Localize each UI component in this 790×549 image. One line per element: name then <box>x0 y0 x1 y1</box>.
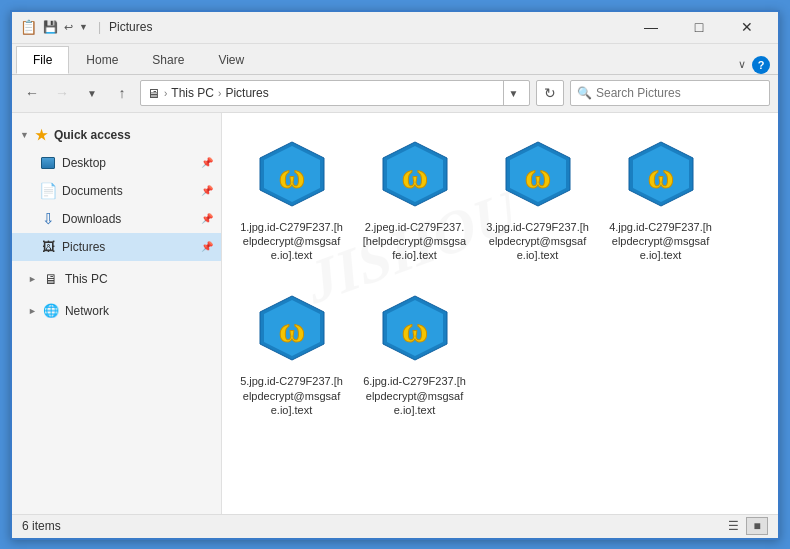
sidebar-item-pictures[interactable]: 🖼 Pictures 📌 <box>12 233 221 261</box>
pin-icon: 📌 <box>201 185 213 196</box>
status-bar: 6 items ☰ ■ <box>12 514 778 538</box>
search-input[interactable] <box>596 86 763 100</box>
qat-save[interactable]: 💾 <box>43 20 58 34</box>
title-controls: — □ ✕ <box>628 11 770 43</box>
file-item[interactable]: ω 3.jpg.id-C279F237.[helpdecrypt@msgsafe… <box>480 125 595 272</box>
address-icon: 🖥 <box>147 86 160 101</box>
file-item[interactable]: ω 2.jpeg.id-C279F237.[helpdecrypt@msgsaf… <box>357 125 472 272</box>
tab-share[interactable]: Share <box>135 46 201 74</box>
file-thumbnail: ω <box>252 134 332 214</box>
address-bar[interactable]: 🖥 › This PC › Pictures ▼ <box>140 80 530 106</box>
address-pictures[interactable]: Pictures <box>225 86 268 100</box>
ribbon-tabs: File Home Share View ∨ ? <box>12 44 778 74</box>
content-area: JISHOU ω 1.jpg.id-C279F237.[helpdecrypt@… <box>222 113 778 514</box>
main-layout: ▼ ★ Quick access Desktop 📌 📄 Documents 📌 <box>12 113 778 514</box>
pictures-icon: 🖼 <box>40 239 56 255</box>
status-view-icons: ☰ ■ <box>722 517 768 535</box>
address-this-pc[interactable]: This PC <box>171 86 214 100</box>
sidebar: ▼ ★ Quick access Desktop 📌 📄 Documents 📌 <box>12 113 222 514</box>
sidebar-item-desktop[interactable]: Desktop 📌 <box>12 149 221 177</box>
view-list-button[interactable]: ☰ <box>722 517 744 535</box>
close-button[interactable]: ✕ <box>724 11 770 43</box>
file-item[interactable]: ω 5.jpg.id-C279F237.[helpdecrypt@msgsafe… <box>234 279 349 426</box>
maximize-button[interactable]: □ <box>676 11 722 43</box>
pin-icon: 📌 <box>201 213 213 224</box>
quick-access-expand-icon: ▼ <box>20 130 29 140</box>
recent-locations-button[interactable]: ▼ <box>80 81 104 105</box>
documents-icon: 📄 <box>40 183 56 199</box>
sidebar-quick-access[interactable]: ▼ ★ Quick access <box>12 121 221 149</box>
pin-icon: 📌 <box>201 157 213 168</box>
status-item-count: 6 items <box>22 519 61 533</box>
title-separator: | <box>98 20 101 34</box>
network-section: ► 🌐 Network <box>12 297 221 325</box>
minimize-button[interactable]: — <box>628 11 674 43</box>
file-thumbnail: ω <box>375 288 455 368</box>
file-name: 3.jpg.id-C279F237.[helpdecrypt@msgsafe.i… <box>485 220 590 263</box>
back-button[interactable]: ← <box>20 81 44 105</box>
title-text: Pictures <box>109 20 152 34</box>
sidebar-item-documents[interactable]: 📄 Documents 📌 <box>12 177 221 205</box>
sidebar-pictures-label: Pictures <box>62 240 105 254</box>
file-thumbnail: ω <box>498 134 578 214</box>
this-pc-expand-icon: ► <box>28 274 37 284</box>
tab-home[interactable]: Home <box>69 46 135 74</box>
sidebar-item-downloads[interactable]: ⇩ Downloads 📌 <box>12 205 221 233</box>
sidebar-desktop-label: Desktop <box>62 156 106 170</box>
nav-bar: ← → ▼ ↑ 🖥 › This PC › Pictures ▼ ↻ 🔍 <box>12 75 778 113</box>
file-icon-svg: ω <box>256 292 328 364</box>
view-large-icon-button[interactable]: ■ <box>746 517 768 535</box>
file-item[interactable]: ω 1.jpg.id-C279F237.[helpdecrypt@msgsafe… <box>234 125 349 272</box>
ribbon: File Home Share View ∨ ? <box>12 44 778 75</box>
tab-view[interactable]: View <box>201 46 261 74</box>
forward-button[interactable]: → <box>50 81 74 105</box>
title-bar: 📋 💾 ↩ ▼ | Pictures — □ ✕ <box>12 12 778 44</box>
quick-access-label: Quick access <box>54 128 131 142</box>
refresh-button[interactable]: ↻ <box>536 80 564 106</box>
address-dropdown-button[interactable]: ▼ <box>503 80 523 106</box>
explorer-window: 📋 💾 ↩ ▼ | Pictures — □ ✕ File Home Share… <box>10 10 780 540</box>
file-name: 6.jpg.id-C279F237.[helpdecrypt@msgsafe.i… <box>362 374 467 417</box>
ribbon-collapse-icon[interactable]: ∨ <box>738 58 746 71</box>
svg-text:ω: ω <box>647 156 673 196</box>
ribbon-chevron-area: ∨ ? <box>738 56 774 74</box>
file-icon-svg: ω <box>256 138 328 210</box>
sidebar-documents-label: Documents <box>62 184 123 198</box>
help-icon[interactable]: ? <box>752 56 770 74</box>
file-grid: ω 1.jpg.id-C279F237.[helpdecrypt@msgsafe… <box>234 125 766 427</box>
desktop-icon <box>40 155 56 171</box>
search-bar[interactable]: 🔍 <box>570 80 770 106</box>
tab-file[interactable]: File <box>16 46 69 74</box>
quick-access-star-icon: ★ <box>35 127 48 143</box>
sidebar-item-network[interactable]: ► 🌐 Network <box>12 297 221 325</box>
qat-dropdown[interactable]: ▼ <box>79 22 88 32</box>
pin-icon: 📌 <box>201 241 213 252</box>
file-icon-svg: ω <box>502 138 574 210</box>
network-expand-icon: ► <box>28 306 37 316</box>
search-icon: 🔍 <box>577 86 592 100</box>
svg-text:ω: ω <box>401 310 427 350</box>
address-path: 🖥 › This PC › Pictures <box>147 86 503 101</box>
file-name: 2.jpeg.id-C279F237.[helpdecrypt@msgsafe.… <box>362 220 467 263</box>
this-pc-label: This PC <box>65 272 108 286</box>
sidebar-downloads-label: Downloads <box>62 212 121 226</box>
this-pc-section: ► 🖥 This PC <box>12 265 221 293</box>
this-pc-icon: 🖥 <box>43 271 59 287</box>
sidebar-item-this-pc[interactable]: ► 🖥 This PC <box>12 265 221 293</box>
file-item[interactable]: ω 4.jpg.id-C279F237.[helpdecrypt@msgsafe… <box>603 125 718 272</box>
file-name: 1.jpg.id-C279F237.[helpdecrypt@msgsafe.i… <box>239 220 344 263</box>
svg-text:ω: ω <box>278 310 304 350</box>
file-item[interactable]: ω 6.jpg.id-C279F237.[helpdecrypt@msgsafe… <box>357 279 472 426</box>
file-name: 4.jpg.id-C279F237.[helpdecrypt@msgsafe.i… <box>608 220 713 263</box>
qat-undo[interactable]: ↩ <box>64 21 73 34</box>
address-separator1: › <box>164 88 167 99</box>
downloads-icon: ⇩ <box>40 211 56 227</box>
file-thumbnail: ω <box>621 134 701 214</box>
svg-text:ω: ω <box>278 156 304 196</box>
file-icon-svg: ω <box>379 138 451 210</box>
quick-access-section: ▼ ★ Quick access Desktop 📌 📄 Documents 📌 <box>12 121 221 261</box>
file-icon-svg: ω <box>625 138 697 210</box>
file-name: 5.jpg.id-C279F237.[helpdecrypt@msgsafe.i… <box>239 374 344 417</box>
up-button[interactable]: ↑ <box>110 81 134 105</box>
file-thumbnail: ω <box>252 288 332 368</box>
